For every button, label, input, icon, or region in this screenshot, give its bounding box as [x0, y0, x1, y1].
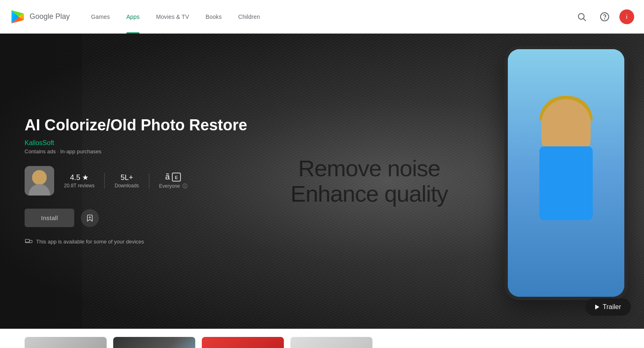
play-triangle-icon — [595, 305, 599, 309]
rating-category-icon-svg: E — [171, 172, 181, 182]
device-note: This app is available for some of your d… — [25, 237, 263, 246]
search-icon — [577, 12, 587, 22]
phone-screen — [508, 49, 624, 297]
icon-face — [32, 170, 47, 185]
app-meta: Contains ads · In-app purchases — [25, 148, 263, 155]
downloads-block: 5L+ Downloads — [105, 173, 149, 189]
app-title: AI Colorize/Old Photo Restore — [25, 116, 263, 135]
hero-promo-text: Remove noise Enhance quality — [290, 156, 448, 206]
play-logo-icon — [10, 9, 26, 25]
screenshot-4[interactable] — [290, 337, 372, 348]
wishlist-icon — [86, 214, 94, 222]
child-head — [541, 99, 591, 152]
svg-rect-13 — [30, 241, 32, 243]
action-row: Install — [25, 209, 263, 227]
nav-movies-tv[interactable]: Movies & TV — [148, 0, 197, 34]
main-nav: Games Apps Movies & TV Books Children — [83, 0, 573, 34]
install-button[interactable]: Install — [25, 209, 74, 227]
wishlist-button[interactable] — [81, 209, 99, 227]
header: Google Play Games Apps Movies & TV Books… — [0, 0, 644, 34]
child-silhouette — [525, 87, 607, 259]
phone-photo — [508, 49, 624, 297]
nav-children[interactable]: Children — [230, 0, 268, 34]
screenshot-2[interactable] — [113, 337, 195, 348]
header-actions: i — [573, 9, 634, 25]
phone-mockup — [505, 46, 644, 325]
hero-section: Remove noise Enhance quality AI Colorize… — [0, 34, 644, 329]
account-avatar[interactable]: i — [619, 9, 634, 24]
svg-point-7 — [605, 18, 605, 19]
help-icon — [600, 12, 610, 22]
child-body — [539, 146, 593, 220]
phone-frame — [505, 46, 628, 300]
rating-block: 4.5 ★ 20.8T reviews — [54, 173, 105, 189]
svg-line-5 — [584, 18, 586, 21]
trailer-button[interactable]: Trailer — [585, 298, 631, 316]
hero-promo-line1: Remove noise — [290, 156, 448, 181]
rating-category-block: ã E Everyone ⓘ — [149, 172, 197, 190]
app-developer-link[interactable]: KallosSoft — [25, 139, 263, 147]
device-icon — [25, 237, 33, 246]
rating-value: 4.5 ★ — [70, 173, 89, 182]
svg-point-4 — [578, 14, 584, 19]
search-button[interactable] — [573, 9, 590, 25]
device-note-text: This app is available for some of your d… — [36, 239, 144, 245]
google-play-logo[interactable]: Google Play — [10, 9, 70, 25]
app-icon — [25, 166, 54, 196]
app-icon-portrait — [25, 166, 54, 196]
downloads-label: Downloads — [114, 183, 139, 189]
google-play-text: Google Play — [30, 12, 70, 21]
hero-content: AI Colorize/Old Photo Restore KallosSoft… — [0, 34, 287, 329]
trailer-label: Trailer — [603, 303, 621, 311]
hero-promo-line2: Enhance quality — [290, 181, 448, 207]
nav-games[interactable]: Games — [83, 0, 118, 34]
screenshot-1[interactable] — [25, 337, 107, 348]
screenshot-3[interactable] — [202, 337, 284, 348]
rating-category-label: Everyone ⓘ — [159, 183, 187, 190]
account-initial: i — [626, 13, 627, 20]
reviews-label: 20.8T reviews — [64, 183, 94, 189]
nav-apps[interactable]: Apps — [118, 0, 148, 34]
devices-icon — [25, 237, 33, 245]
icon-body — [29, 184, 50, 196]
downloads-value: 5L+ — [121, 173, 133, 182]
app-stats: 4.5 ★ 20.8T reviews 5L+ Downloads ã E — [25, 166, 263, 196]
help-button[interactable] — [596, 9, 613, 25]
svg-text:E: E — [175, 175, 178, 180]
rating-category-icon: ã E — [165, 172, 181, 182]
screenshots-strip — [0, 329, 644, 348]
nav-books[interactable]: Books — [197, 0, 230, 34]
